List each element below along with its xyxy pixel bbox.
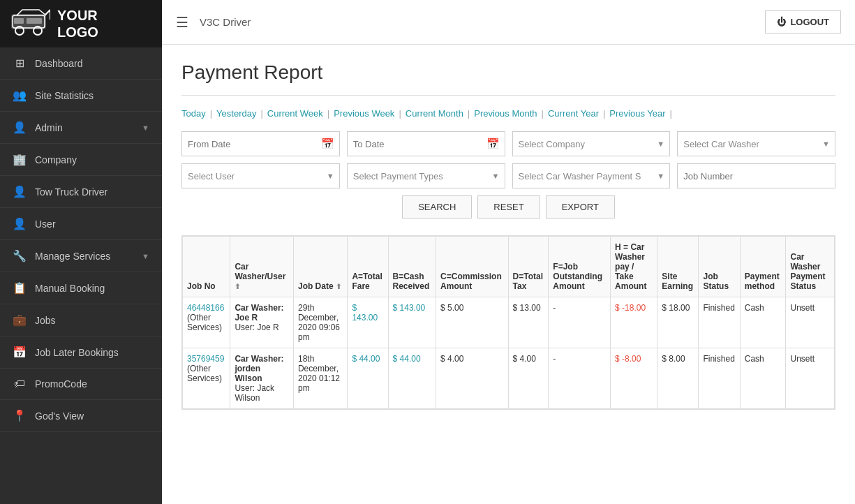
to-date-input[interactable] [347,131,505,156]
sidebar-item-label: Manage Services [35,251,110,262]
cell-payment-method: Cash [740,348,786,409]
sidebar-item-manual-booking[interactable]: 📋 Manual Booking [0,272,162,304]
table-body: 46448166 (Other Services) Car Washer: Jo… [183,297,835,409]
cell-cash-received: $ 44.00 [388,348,436,409]
sidebar-item-label: Dashboard [35,58,83,69]
job-later-bookings-icon: 📅 [13,346,27,359]
col-job-no: Job No [183,237,230,297]
table-row: 35769459 (Other Services) Car Washer: jo… [183,348,835,409]
table-header-row: Job No Car Washer/User ⬆ Job Date ⬆ A=To… [183,237,835,297]
sidebar-item-label: Company [35,154,77,165]
cell-site-earning: $ 18.00 [657,297,699,348]
col-total-tax: D=Total Tax [508,237,549,297]
job-number-wrap [677,163,835,188]
col-job-date: Job Date ⬆ [293,237,347,297]
jobs-icon: 💼 [13,313,27,327]
sidebar-item-job-later-bookings[interactable]: 📅 Job Later Bookings [0,336,162,369]
filter-previous-year[interactable]: Previous Year [609,108,665,119]
select-car-washer-payment-wrap: Select Car Washer Payment S ▼ [512,163,671,188]
payment-table: Job No Car Washer/User ⬆ Job Date ⬆ A=To… [182,236,835,409]
cash-received-link[interactable]: $ 143.00 [393,303,426,313]
h-amount-link[interactable]: $ -18.00 [615,303,646,313]
sidebar-item-label: Manual Booking [35,283,105,294]
cell-commission: $ 5.00 [436,297,509,348]
filter-previous-month[interactable]: Previous Month [474,108,537,119]
search-button[interactable]: SEARCH [402,195,472,218]
dashboard-icon: ⊞ [13,57,27,70]
select-user[interactable]: Select User [181,163,340,188]
sidebar-item-manage-services[interactable]: 🔧 Manage Services ▼ [0,240,162,272]
select-car-washer-payment[interactable]: Select Car Washer Payment S [512,163,671,188]
filter-today[interactable]: Today [181,108,206,119]
export-button[interactable]: EXPORT [546,195,615,218]
filter-yesterday[interactable]: Yesterday [216,108,256,119]
filter-current-week[interactable]: Current Week [267,108,323,119]
total-fare-link[interactable]: $ 143.00 [352,303,378,323]
sidebar-item-jobs[interactable]: 💼 Jobs [0,304,162,336]
logout-label: LOGOUT [790,17,829,27]
job-no-link[interactable]: 35769459 [187,354,224,364]
sidebar-item-tow-truck-driver[interactable]: 👤 Tow Truck Driver [0,176,162,208]
sidebar-item-site-statistics[interactable]: 👥 Site Statistics [0,80,162,112]
calendar-icon: 📅 [321,138,334,150]
col-site-earning: Site Earning [657,237,699,297]
sidebar-item-label: Tow Truck Driver [35,186,107,198]
cash-received-link[interactable]: $ 44.00 [393,354,421,364]
cell-cash-received: $ 143.00 [388,297,436,348]
cell-total-fare: $ 44.00 [348,348,388,409]
cell-total-fare: $ 143.00 [348,297,388,348]
cell-job-no: 35769459 (Other Services) [183,348,230,409]
cell-outstanding: - [549,348,611,409]
col-payment-method: Payment method [740,237,786,297]
job-number-input[interactable] [677,163,835,188]
filter-current-year[interactable]: Current Year [548,108,599,119]
sort-icon[interactable]: ⬆ [336,283,341,290]
tow-truck-icon: 👤 [13,185,27,198]
h-amount-link[interactable]: $ -8.00 [615,354,641,364]
svg-line-6 [45,10,50,15]
col-job-status: Job Status [699,237,740,297]
sidebar-item-label: Site Statistics [35,90,94,101]
sidebar-item-label: PromoCode [35,378,87,390]
select-car-washer[interactable]: Select Car Washer [677,131,835,156]
filter-previous-week[interactable]: Previous Week [334,108,394,119]
manage-services-icon: 🔧 [13,249,27,262]
table-row: 46448166 (Other Services) Car Washer: Jo… [183,297,835,348]
job-no-link[interactable]: 46448166 [187,303,224,313]
select-payment-types-wrap: Select Payment Types ▼ [347,163,505,188]
total-fare-link[interactable]: $ 44.00 [352,354,380,364]
from-date-input[interactable] [181,131,340,156]
sidebar-item-dashboard[interactable]: ⊞ Dashboard [0,47,162,80]
logo-text: YOUR LOGO [57,7,98,40]
select-company[interactable]: Select Company [512,131,671,156]
cell-payment-status: Unsett [786,297,835,348]
chevron-down-icon: ▼ [142,252,149,260]
col-commission: C=Commission Amount [436,237,509,297]
filter-current-month[interactable]: Current Month [406,108,463,119]
payment-table-wrap: Job No Car Washer/User ⬆ Job Date ⬆ A=To… [181,235,835,410]
cell-h-amount: $ -18.00 [611,297,657,348]
sidebar-item-promo-code[interactable]: 🏷 PromoCode [0,369,162,400]
sidebar-item-gods-view[interactable]: 📍 God's View [0,400,162,432]
promo-code-icon: 🏷 [13,378,27,390]
cell-job-date: 29th December, 2020 09:06 pm [293,297,347,348]
to-date-wrap: 📅 [347,131,505,156]
logout-button[interactable]: ⏻ LOGOUT [765,10,841,34]
hamburger-menu-icon[interactable]: ☰ [176,14,188,31]
sidebar-item-user[interactable]: 👤 User [0,208,162,240]
cell-outstanding: - [549,297,611,348]
logo: YOUR LOGO [0,0,162,47]
col-h-amount: H = Car Washer pay / Take Amount [611,237,657,297]
date-filter-links: Today | Yesterday | Current Week | Previ… [181,108,835,119]
col-car-washer-user: Car Washer/User ⬆ [230,237,294,297]
sidebar-item-company[interactable]: 🏢 Company [0,144,162,176]
page-title: Payment Report [181,61,835,84]
sort-icon[interactable]: ⬆ [235,283,240,290]
sidebar-item-label: Admin [35,122,63,133]
sidebar: YOUR LOGO ⊞ Dashboard 👥 Site Statistics … [0,0,162,504]
reset-button[interactable]: RESET [477,195,540,218]
sidebar-item-admin[interactable]: 👤 Admin ▼ [0,112,162,144]
sidebar-item-label: Job Later Bookings [35,347,119,358]
select-payment-types[interactable]: Select Payment Types [347,163,505,188]
divider [181,95,835,96]
